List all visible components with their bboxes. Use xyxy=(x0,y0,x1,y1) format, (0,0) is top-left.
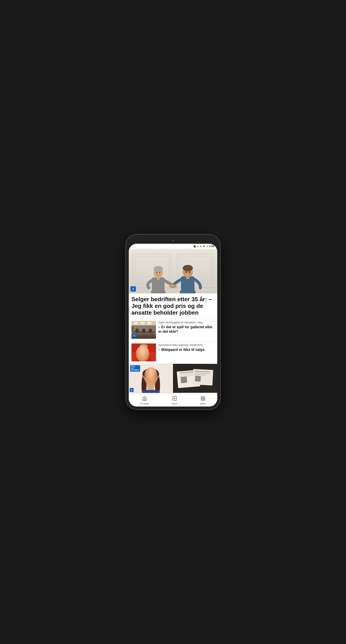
newspaper-icon xyxy=(201,396,205,402)
article-item-odegaard[interactable]: Spanjolene etter oppslag i Nederland: – … xyxy=(129,341,217,364)
svg-point-21 xyxy=(169,284,177,288)
svg-rect-71 xyxy=(203,398,204,399)
document-illustration xyxy=(173,364,217,393)
nav-item-forsiden[interactable]: Forsiden xyxy=(136,395,153,406)
svg-point-10 xyxy=(154,266,163,272)
svg-point-42 xyxy=(141,349,143,350)
svg-point-43 xyxy=(145,349,146,350)
svg-rect-38 xyxy=(139,351,143,361)
grid-item-folk[interactable]: FOLKNYEDRAMMEN + xyxy=(129,364,173,393)
article1-plus-badge: + xyxy=(132,334,136,338)
svg-rect-29 xyxy=(134,333,154,337)
grid1-plus-badge: + xyxy=(130,388,134,392)
status-time: 1:54 xyxy=(209,245,214,248)
svg-rect-24 xyxy=(134,322,138,324)
hero-image[interactable]: + xyxy=(129,249,217,294)
article1-kicker: Ingen skrinlegging av bypakken i dag: xyxy=(158,321,215,324)
svg-rect-26 xyxy=(147,322,152,324)
battery-icon: 🔋 xyxy=(206,245,208,247)
phone-screen: 📳 ▲ ▲ 79 🔋 1:54 xyxy=(129,244,217,406)
signal-icon: ▲ xyxy=(200,245,202,247)
svg-rect-8 xyxy=(152,277,165,293)
battery-label: 79 xyxy=(203,245,205,247)
svg-point-11 xyxy=(156,272,158,274)
vibrate-icon: 📳 xyxy=(193,245,196,248)
content-scroll[interactable]: + Selger bedriften etter 35 år: – Jeg fi… xyxy=(129,249,217,394)
article2-kicker: Spanjolene etter oppslag i Nederland: xyxy=(158,344,215,347)
nav-item-sport[interactable]: Sport xyxy=(167,395,182,406)
article1-text: Ingen skrinlegging av bypakken i dag: – … xyxy=(158,321,215,339)
svg-rect-13 xyxy=(157,277,160,279)
main-headline-section[interactable]: Selger bedriften etter 35 år: – Jeg fikk… xyxy=(129,294,217,319)
status-icons: 📳 ▲ ▲ 79 🔋 1:54 xyxy=(193,245,214,248)
svg-point-49 xyxy=(152,378,154,380)
article1-headline: – Er det et spill for galleriet eller er… xyxy=(158,325,215,334)
svg-point-48 xyxy=(147,378,149,380)
bottom-nav: Forsiden Sport xyxy=(129,394,217,406)
hero-plus-badge: + xyxy=(131,286,136,292)
article2-headline: – Ødegaard er ikke til salgs xyxy=(158,348,215,352)
phone-notch xyxy=(129,238,217,244)
grid-item-document[interactable] xyxy=(173,364,217,393)
svg-rect-39 xyxy=(143,351,146,361)
svg-marker-66 xyxy=(174,398,176,399)
svg-rect-25 xyxy=(140,322,145,324)
article-thumb-soccer xyxy=(131,344,156,361)
svg-point-32 xyxy=(149,328,152,333)
nav-item-eavis[interactable]: eAvis xyxy=(196,395,210,406)
nav-label-forsiden: Forsiden xyxy=(140,402,149,405)
hero-illustration xyxy=(129,249,217,294)
folk-logo: FOLKNYEDRAMMEN xyxy=(130,365,140,372)
status-bar: 📳 ▲ ▲ 79 🔋 1:54 xyxy=(129,244,217,249)
front-camera xyxy=(172,240,174,242)
svg-point-19 xyxy=(189,271,190,273)
play-icon xyxy=(172,396,177,402)
svg-point-12 xyxy=(159,272,160,274)
svg-point-31 xyxy=(142,328,145,333)
article-thumb-courtroom: + xyxy=(131,321,156,339)
svg-point-17 xyxy=(183,265,193,271)
svg-point-47 xyxy=(142,368,159,379)
svg-rect-51 xyxy=(142,390,160,393)
svg-point-18 xyxy=(185,271,187,273)
svg-rect-20 xyxy=(186,276,189,279)
wifi-icon: ▲ xyxy=(197,245,199,247)
nav-label-sport: Sport xyxy=(172,402,177,405)
home-icon xyxy=(142,396,147,402)
svg-point-41 xyxy=(140,344,148,348)
phone-frame: 📳 ▲ ▲ 79 🔋 1:54 xyxy=(126,235,220,409)
nav-label-eavis: eAvis xyxy=(200,402,206,405)
article-item-bypakken[interactable]: + Ingen skrinlegging av bypakken i dag: … xyxy=(129,319,217,341)
svg-point-30 xyxy=(135,328,139,333)
article2-text: Spanjolene etter oppslag i Nederland: – … xyxy=(158,344,215,361)
soccer-illustration xyxy=(131,344,156,361)
svg-rect-44 xyxy=(142,353,145,355)
article-grid: FOLKNYEDRAMMEN + xyxy=(129,364,217,393)
main-headline-text: Selger bedriften etter 35 år: – Jeg fikk… xyxy=(131,296,215,316)
